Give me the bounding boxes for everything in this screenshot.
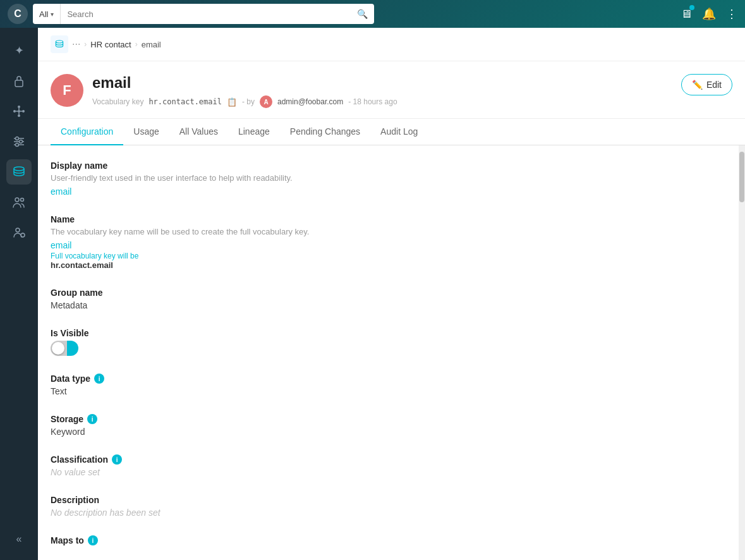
tab-all-values[interactable]: All Values — [169, 119, 228, 145]
config-maps-to: Maps to i — [51, 535, 726, 545]
svg-point-2 — [13, 110, 16, 113]
group-name-value: Metadata — [51, 300, 726, 310]
sidebar-item-lock[interactable] — [6, 68, 32, 94]
sidebar-expand-button[interactable]: « — [11, 528, 27, 550]
display-name-value: email — [51, 186, 726, 197]
data-type-value: Text — [51, 386, 726, 396]
storage-info-icon[interactable]: i — [87, 414, 97, 424]
svg-point-3 — [22, 110, 25, 113]
edit-icon: ✏️ — [692, 80, 703, 90]
sidebar-item-database[interactable] — [6, 159, 32, 185]
sidebar-item-network[interactable] — [6, 99, 32, 124]
config-classification: Classification i No value set — [51, 454, 726, 477]
search-input[interactable] — [61, 4, 351, 24]
config-description: Description No description has been set — [51, 495, 726, 518]
time-ago: - 18 hours ago — [348, 97, 397, 106]
more-options-icon[interactable]: ⋮ — [726, 7, 737, 21]
vocab-key-value: hr.contact.email — [148, 97, 222, 106]
main-layout: ✦ « ··· › HR contact › — [0, 28, 745, 560]
svg-point-14 — [20, 140, 23, 143]
display-name-label: Display name — [51, 161, 726, 171]
classification-value: No value set — [51, 467, 726, 477]
description-value: No description has been set — [51, 508, 726, 518]
app-logo[interactable]: C — [8, 4, 28, 24]
svg-point-16 — [14, 167, 24, 171]
tab-lineage[interactable]: Lineage — [228, 119, 280, 145]
config-name: Name The vocabulary key name will be use… — [51, 214, 726, 270]
config-content: Display name User-friendly text used in … — [38, 145, 739, 560]
classification-label: Classification i — [51, 454, 726, 465]
author-email: admin@foobar.com — [277, 97, 343, 106]
tab-pending-changes[interactable]: Pending Changes — [280, 119, 370, 145]
search-icon[interactable]: 🔍 — [351, 9, 374, 19]
config-data-type: Data type i Text — [51, 374, 726, 396]
scrollbar-thumb[interactable] — [739, 152, 744, 202]
top-nav-actions: 🖥 🔔 ⋮ — [681, 7, 737, 21]
top-navigation: C All ▾ 🔍 🖥 🔔 ⋮ — [0, 0, 745, 28]
sidebar: ✦ « — [0, 28, 38, 560]
page-header-info: email Vocabulary key hr.contact.email 📋 … — [92, 74, 681, 108]
page-meta: Vocabulary key hr.contact.email 📋 - by A… — [92, 95, 681, 108]
display-name-desc: User-friendly text used in the user inte… — [51, 173, 726, 183]
svg-point-23 — [56, 40, 63, 43]
group-name-label: Group name — [51, 288, 726, 298]
breadcrumb: ··· › HR contact › email — [38, 28, 745, 61]
svg-point-19 — [16, 228, 20, 232]
breadcrumb-dots[interactable]: ··· — [72, 39, 80, 50]
page-title: email — [92, 74, 681, 92]
config-storage: Storage i Keyword — [51, 414, 726, 437]
config-is-visible: Is Visible — [51, 328, 726, 356]
svg-rect-0 — [15, 80, 23, 87]
breadcrumb-current: email — [142, 40, 161, 49]
toggle-knob — [52, 342, 64, 355]
svg-point-1 — [18, 110, 20, 113]
tabs-bar: Configuration Usage All Values Lineage P… — [38, 119, 745, 145]
sidebar-item-person-settings[interactable] — [6, 220, 32, 245]
notification-badge — [689, 5, 694, 10]
svg-point-15 — [16, 143, 19, 147]
sidebar-item-people[interactable] — [6, 190, 32, 215]
svg-point-18 — [21, 198, 24, 202]
is-visible-label: Is Visible — [51, 328, 726, 338]
breadcrumb-sep-2: › — [135, 40, 138, 49]
storage-value: Keyword — [51, 427, 726, 437]
tab-configuration[interactable]: Configuration — [51, 119, 123, 145]
config-group-name: Group name Metadata — [51, 288, 726, 310]
name-value: email — [51, 240, 726, 250]
breadcrumb-parent-link[interactable]: HR contact — [90, 40, 131, 49]
breadcrumb-db-icon — [51, 35, 68, 53]
vocab-key-hint: Full vocabulary key will be hr.contact.e… — [51, 252, 726, 270]
copy-icon[interactable]: 📋 — [227, 97, 237, 107]
sidebar-item-sliders[interactable] — [6, 129, 32, 154]
svg-point-17 — [15, 198, 19, 202]
tab-usage[interactable]: Usage — [123, 119, 169, 145]
filter-chevron-icon: ▾ — [51, 11, 54, 18]
maps-to-label: Maps to i — [51, 535, 726, 545]
edit-button[interactable]: ✏️ Edit — [681, 74, 732, 95]
name-label: Name — [51, 214, 726, 224]
data-type-info-icon[interactable]: i — [94, 374, 104, 384]
svg-point-4 — [18, 106, 20, 108]
vocab-key-label: Vocabulary key — [92, 97, 143, 106]
scrollbar[interactable] — [739, 145, 745, 560]
page-header: F email Vocabulary key hr.contact.email … — [38, 61, 745, 119]
avatar: F — [51, 74, 83, 107]
search-filter-dropdown[interactable]: All ▾ — [33, 4, 61, 24]
data-type-label: Data type i — [51, 374, 726, 384]
monitor-icon[interactable]: 🖥 — [681, 8, 692, 21]
classification-info-icon[interactable]: i — [112, 454, 122, 465]
toggle-wrap — [51, 341, 726, 356]
author-avatar: A — [260, 95, 272, 108]
content-area: ··· › HR contact › email F email Vocabul… — [38, 28, 745, 560]
is-visible-toggle[interactable] — [51, 341, 78, 356]
by-label: - by — [242, 97, 255, 106]
config-display-name: Display name User-friendly text used in … — [51, 161, 726, 197]
sidebar-item-compass[interactable]: ✦ — [6, 38, 32, 63]
bell-icon[interactable]: 🔔 — [702, 7, 716, 21]
search-container: All ▾ 🔍 — [33, 4, 374, 24]
tab-audit-log[interactable]: Audit Log — [370, 119, 428, 145]
name-desc: The vocabulary key name will be used to … — [51, 227, 726, 236]
storage-label: Storage i — [51, 414, 726, 424]
breadcrumb-sep-1: › — [84, 40, 87, 49]
maps-to-info-icon[interactable]: i — [88, 535, 98, 545]
